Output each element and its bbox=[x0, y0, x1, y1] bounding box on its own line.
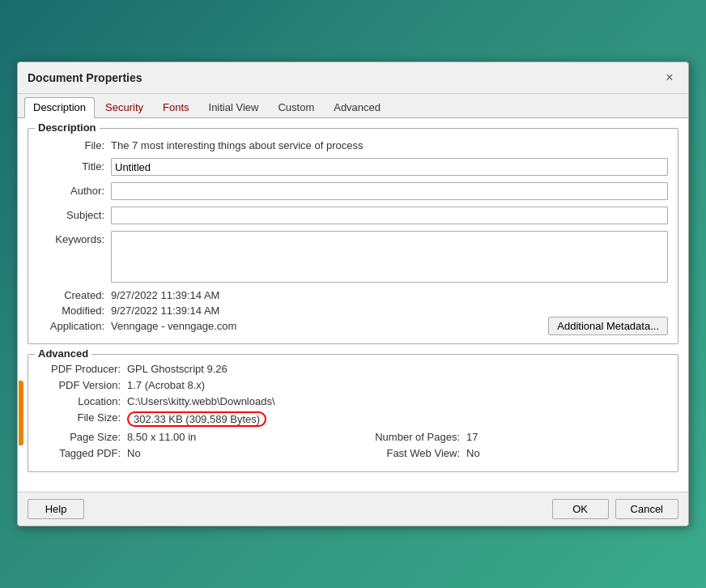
ok-button[interactable]: OK bbox=[552, 499, 609, 519]
description-section: Description File: The 7 most interesting… bbox=[28, 128, 678, 344]
advanced-left-col: Page Size: 8.50 x 11.00 in Tagged PDF: N… bbox=[38, 431, 353, 463]
application-row: Application: Venngage - venngage.com bbox=[38, 320, 236, 332]
page-size-label: Page Size: bbox=[38, 431, 127, 443]
location-value: C:\Users\kitty.webb\Downloads\ bbox=[127, 395, 275, 407]
keywords-row: Keywords: bbox=[38, 231, 668, 283]
subject-input[interactable] bbox=[111, 207, 668, 224]
tagged-pdf-label: Tagged PDF: bbox=[38, 447, 127, 459]
num-pages-label: Number of Pages: bbox=[353, 431, 466, 443]
author-row: Author: bbox=[38, 182, 668, 200]
modified-row: Modified: 9/27/2022 11:39:14 AM bbox=[38, 305, 236, 317]
location-label: Location: bbox=[38, 395, 127, 407]
pdf-version-value: 1.7 (Acrobat 8.x) bbox=[127, 379, 205, 391]
bottom-bar: Help OK Cancel bbox=[18, 492, 688, 526]
file-label: File: bbox=[38, 137, 111, 151]
num-pages-value: 17 bbox=[466, 431, 478, 443]
cancel-button[interactable]: Cancel bbox=[615, 499, 678, 519]
author-input[interactable] bbox=[111, 182, 668, 200]
advanced-section-label: Advanced bbox=[35, 347, 91, 360]
pdf-producer-value: GPL Ghostscript 9.26 bbox=[127, 363, 228, 375]
fast-web-view-label: Fast Web View: bbox=[353, 447, 466, 459]
tab-advanced[interactable]: Advanced bbox=[325, 97, 389, 117]
title-bar: Document Properties × bbox=[18, 62, 688, 94]
page-size-row: Page Size: 8.50 x 11.00 in bbox=[38, 431, 353, 443]
close-button[interactable]: × bbox=[661, 69, 678, 87]
application-value: Venngage - venngage.com bbox=[111, 320, 236, 332]
page-size-value: 8.50 x 11.00 in bbox=[127, 431, 196, 443]
pdf-version-label: PDF Version: bbox=[38, 379, 127, 391]
advanced-right-col: Number of Pages: 17 Fast Web View: No bbox=[353, 431, 668, 463]
advanced-section: Advanced PDF Producer: GPL Ghostscript 9… bbox=[28, 354, 678, 472]
file-row: File: The 7 most interesting things abou… bbox=[38, 137, 668, 151]
created-label: Created: bbox=[38, 289, 111, 301]
tagged-pdf-row: Tagged PDF: No bbox=[38, 447, 353, 459]
title-input[interactable] bbox=[111, 158, 668, 176]
title-label: Title: bbox=[38, 158, 111, 173]
tab-custom[interactable]: Custom bbox=[269, 97, 323, 117]
file-size-value: 302.33 KB (309,589 Bytes) bbox=[127, 411, 266, 427]
title-row: Title: bbox=[38, 158, 668, 176]
tagged-pdf-value: No bbox=[127, 447, 141, 459]
modified-label: Modified: bbox=[38, 305, 111, 317]
created-row: Created: 9/27/2022 11:39:14 AM bbox=[38, 289, 236, 301]
created-value: 9/27/2022 11:39:14 AM bbox=[111, 289, 219, 301]
location-row: Location: C:\Users\kitty.webb\Downloads\ bbox=[38, 395, 668, 407]
orange-accent-bar bbox=[19, 381, 23, 445]
application-label: Application: bbox=[38, 320, 111, 332]
dialog-title: Document Properties bbox=[28, 71, 142, 84]
file-value: The 7 most interesting things about serv… bbox=[111, 137, 363, 151]
tab-fonts[interactable]: Fonts bbox=[154, 97, 198, 117]
document-properties-dialog: Document Properties × Description Securi… bbox=[17, 62, 689, 526]
additional-metadata-button[interactable]: Additional Metadata... bbox=[548, 317, 668, 335]
help-button[interactable]: Help bbox=[28, 499, 84, 519]
num-pages-row: Number of Pages: 17 bbox=[353, 431, 668, 443]
description-section-label: Description bbox=[35, 121, 100, 134]
keywords-label: Keywords: bbox=[38, 231, 111, 245]
confirm-buttons: OK Cancel bbox=[552, 499, 678, 519]
tab-description[interactable]: Description bbox=[24, 97, 95, 118]
tab-security[interactable]: Security bbox=[96, 97, 152, 117]
pdf-producer-label: PDF Producer: bbox=[38, 363, 127, 375]
fast-web-view-value: No bbox=[466, 447, 480, 459]
subject-label: Subject: bbox=[38, 207, 111, 221]
modified-value: 9/27/2022 11:39:14 AM bbox=[111, 305, 219, 317]
keywords-input[interactable] bbox=[111, 231, 668, 283]
content-area: Description File: The 7 most interesting… bbox=[18, 118, 688, 492]
meta-info: Created: 9/27/2022 11:39:14 AM Modified:… bbox=[38, 289, 236, 335]
tabs-container: Description Security Fonts Initial View … bbox=[18, 94, 688, 118]
tab-initial-view[interactable]: Initial View bbox=[200, 97, 268, 117]
file-size-row: File Size: 302.33 KB (309,589 Bytes) bbox=[38, 411, 668, 427]
file-size-label: File Size: bbox=[38, 411, 127, 427]
pdf-version-row: PDF Version: 1.7 (Acrobat 8.x) bbox=[38, 379, 668, 391]
fast-web-view-row: Fast Web View: No bbox=[353, 447, 668, 459]
pdf-producer-row: PDF Producer: GPL Ghostscript 9.26 bbox=[38, 363, 668, 375]
author-label: Author: bbox=[38, 182, 111, 197]
subject-row: Subject: bbox=[38, 207, 668, 224]
